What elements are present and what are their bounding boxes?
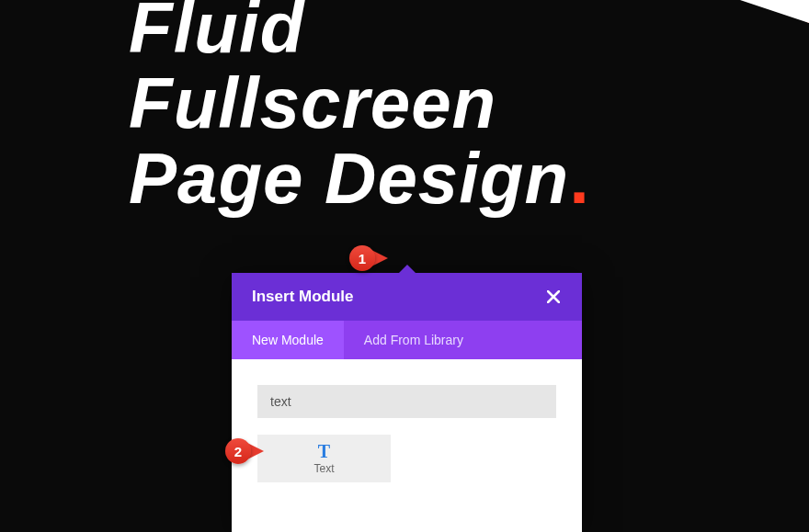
- title-line-3: Page Design: [129, 138, 569, 219]
- tab-add-from-library[interactable]: Add From Library: [344, 321, 484, 359]
- callout-number: 1: [349, 245, 375, 271]
- callout-number: 2: [225, 438, 251, 464]
- modal-title: Insert Module: [252, 288, 354, 306]
- module-item-text[interactable]: T Text: [257, 435, 391, 482]
- svg-marker-0: [735, 0, 809, 23]
- modal-header: Insert Module: [232, 273, 582, 321]
- text-icon: T: [318, 442, 330, 460]
- modal-body: T Text: [232, 359, 582, 501]
- decorative-corner: [689, 0, 809, 322]
- modal-pointer: [398, 265, 416, 274]
- title-dot: .: [569, 138, 590, 219]
- module-item-label: Text: [313, 462, 334, 475]
- title-line-1: Fluid: [129, 0, 304, 68]
- annotation-callout-1: 1: [349, 245, 388, 271]
- title-line-2: Fullscreen: [129, 62, 496, 143]
- insert-module-modal: Insert Module New Module Add From Librar…: [232, 273, 582, 532]
- module-search-input[interactable]: [257, 385, 556, 418]
- close-icon[interactable]: [545, 289, 562, 305]
- page-title: Fluid Fullscreen Page Design.: [129, 0, 590, 217]
- modal-tabs: New Module Add From Library: [232, 321, 582, 359]
- module-grid: T Text: [257, 435, 556, 482]
- tab-new-module[interactable]: New Module: [232, 321, 344, 359]
- annotation-callout-2: 2: [225, 438, 264, 464]
- svg-marker-1: [740, 0, 809, 312]
